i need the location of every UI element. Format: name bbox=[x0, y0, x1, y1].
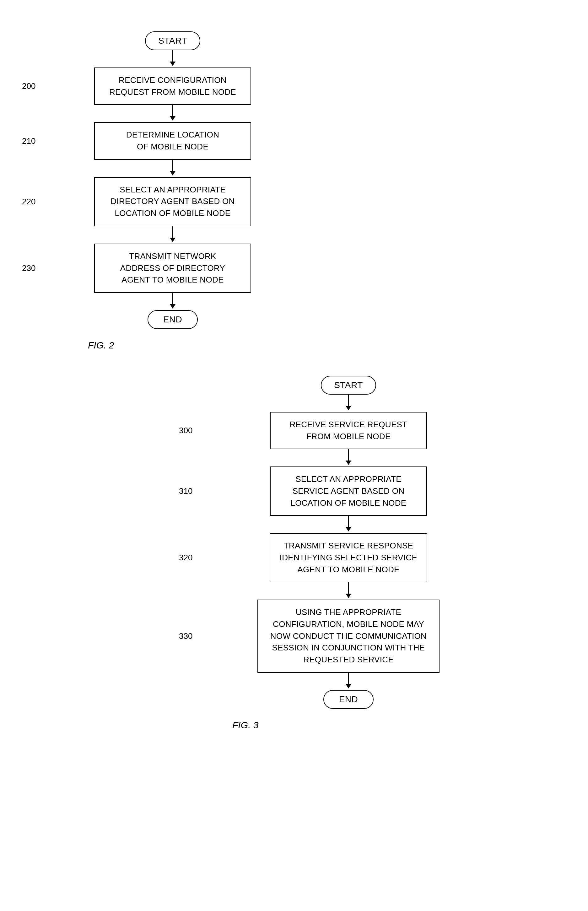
fig3-step-320-label: 320 bbox=[179, 553, 192, 562]
fig2-step-210-wrapper: 210 DETERMINE LOCATION OF MOBILE NODE bbox=[50, 122, 295, 160]
fig3-label: FIG. 3 bbox=[232, 720, 258, 730]
fig2-step-210-box: DETERMINE LOCATION OF MOBILE NODE bbox=[94, 122, 251, 160]
fig2-step-210-label: 210 bbox=[22, 136, 36, 146]
fig2-end-oval: END bbox=[147, 310, 198, 329]
fig3-step-320-wrapper: 320 TRANSMIT SERVICE RESPONSE IDENTIFYIN… bbox=[207, 533, 490, 582]
fig3-step-330-label: 330 bbox=[179, 631, 192, 641]
fig3-step-310-label: 310 bbox=[179, 486, 192, 496]
fig3-step-330-wrapper: 330 USING THE APPROPRIATE CONFIGURATION,… bbox=[207, 599, 490, 672]
fig3-step-300-label: 300 bbox=[179, 426, 192, 435]
fig3-step-300-box: RECEIVE SERVICE REQUEST FROM MOBILE NODE bbox=[270, 412, 427, 449]
fig2-step-220-box: SELECT AN APPROPRIATE DIRECTORY AGENT BA… bbox=[94, 177, 251, 226]
fig2-step-200-label: 200 bbox=[22, 81, 36, 91]
fig2-step-200-wrapper: 200 RECEIVE CONFIGURATION REQUEST FROM M… bbox=[50, 68, 295, 105]
fig3-step-320-box: TRANSMIT SERVICE RESPONSE IDENTIFYING SE… bbox=[270, 533, 427, 582]
fig2-flowchart: START 200 RECEIVE CONFIGURATION REQUEST … bbox=[50, 31, 295, 351]
fig2-step-230-box: TRANSMIT NETWORK ADDRESS OF DIRECTORY AG… bbox=[94, 244, 251, 293]
fig2-step-230-wrapper: 230 TRANSMIT NETWORK ADDRESS OF DIRECTOR… bbox=[50, 244, 295, 293]
fig3-end-oval: END bbox=[323, 690, 373, 709]
fig2-step-220-wrapper: 220 SELECT AN APPROPRIATE DIRECTORY AGEN… bbox=[50, 177, 295, 226]
fig2-start-oval: START bbox=[145, 31, 200, 50]
fig3-flowchart: START 300 RECEIVE SERVICE REQUEST FROM M… bbox=[207, 376, 490, 730]
fig3-step-300-wrapper: 300 RECEIVE SERVICE REQUEST FROM MOBILE … bbox=[207, 412, 490, 449]
fig3-start-oval: START bbox=[321, 376, 376, 394]
fig3-step-310-box: SELECT AN APPROPRIATE SERVICE AGENT BASE… bbox=[270, 467, 427, 516]
fig2-step-220-label: 220 bbox=[22, 197, 36, 207]
fig2-step-200-box: RECEIVE CONFIGURATION REQUEST FROM MOBIL… bbox=[94, 68, 251, 105]
fig3-step-330-box: USING THE APPROPRIATE CONFIGURATION, MOB… bbox=[257, 599, 439, 672]
fig3-step-310-wrapper: 310 SELECT AN APPROPRIATE SERVICE AGENT … bbox=[207, 467, 490, 516]
fig2-step-230-label: 230 bbox=[22, 263, 36, 273]
page: START 200 RECEIVE CONFIGURATION REQUEST … bbox=[0, 0, 588, 911]
fig2-label: FIG. 2 bbox=[88, 340, 114, 351]
